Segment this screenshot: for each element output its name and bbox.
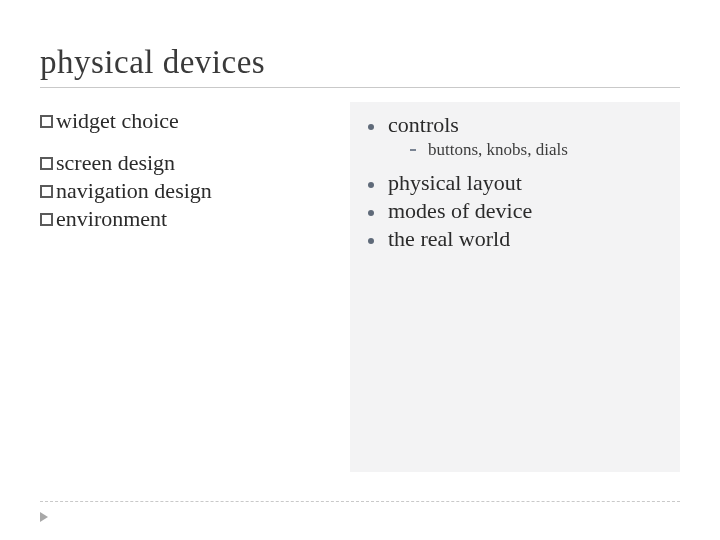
divider-top	[40, 87, 680, 88]
sub-list-item: buttons, knobs, dials	[410, 140, 666, 160]
list-item-label: physical layout	[388, 170, 522, 196]
list-item-label: environment	[56, 206, 167, 231]
square-bullet-icon	[40, 213, 53, 226]
list-item: the real world	[368, 226, 666, 252]
list-item: controls	[368, 112, 666, 138]
list-item-label: controls	[388, 112, 459, 138]
page-title: physical devices	[40, 44, 680, 81]
list-item-label: modes of device	[388, 198, 532, 224]
divider-bottom	[40, 501, 680, 502]
bullet-dot-icon	[368, 182, 374, 188]
list-item: navigation design	[40, 178, 350, 204]
right-column: controls buttons, knobs, dials physical …	[350, 102, 680, 472]
list-item-label: widget choice	[56, 108, 179, 133]
slide: physical devices widget choice screen de…	[0, 0, 720, 540]
list-item-label: navigation design	[56, 178, 212, 203]
square-bullet-icon	[40, 185, 53, 198]
triangle-marker-icon	[40, 512, 48, 522]
sub-list-item-label: buttons, knobs, dials	[428, 140, 568, 160]
bullet-dot-icon	[368, 238, 374, 244]
bullet-dot-icon	[368, 210, 374, 216]
bullet-dot-icon	[368, 124, 374, 130]
list-item: physical layout	[368, 170, 666, 196]
list-item: screen design	[40, 150, 350, 176]
list-item-label: screen design	[56, 150, 175, 175]
square-bullet-icon	[40, 157, 53, 170]
left-column: widget choice screen design navigation d…	[40, 102, 350, 472]
list-item-label: the real world	[388, 226, 510, 252]
list-item: widget choice	[40, 108, 350, 134]
list-item: modes of device	[368, 198, 666, 224]
content-area: widget choice screen design navigation d…	[40, 102, 680, 472]
dash-bullet-icon	[410, 149, 416, 151]
square-bullet-icon	[40, 115, 53, 128]
list-item: environment	[40, 206, 350, 232]
